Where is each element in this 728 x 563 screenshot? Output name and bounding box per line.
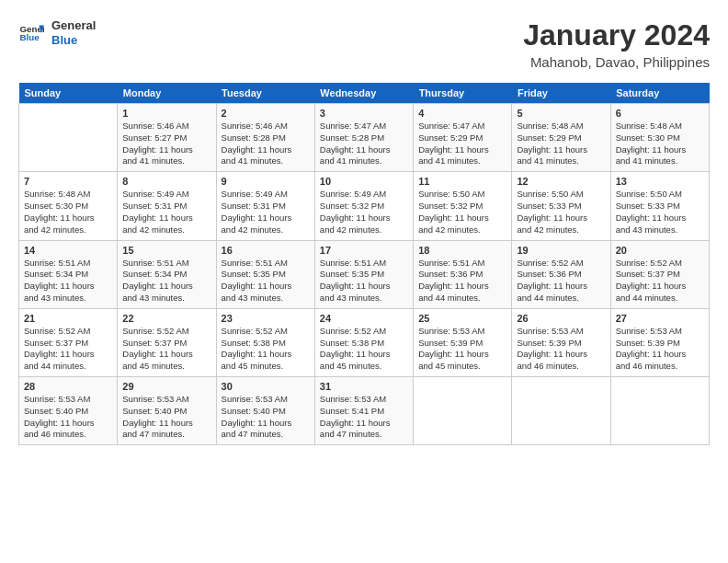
day-info: Sunrise: 5:52 AM Sunset: 5:38 PM Dayligh… <box>222 326 310 373</box>
day-info: Sunrise: 5:51 AM Sunset: 5:34 PM Dayligh… <box>122 258 210 304</box>
day-info: Sunrise: 5:50 AM Sunset: 5:32 PM Dayligh… <box>418 189 506 236</box>
day-info: Sunrise: 5:46 AM Sunset: 5:27 PM Dayligh… <box>122 121 210 167</box>
day-info: Sunrise: 5:49 AM Sunset: 5:32 PM Dayligh… <box>320 189 408 236</box>
day-info: Sunrise: 5:52 AM Sunset: 5:37 PM Dayligh… <box>122 326 210 373</box>
day-info: Sunrise: 5:53 AM Sunset: 5:40 PM Dayligh… <box>24 394 112 441</box>
calendar-cell: 20Sunrise: 5:52 AM Sunset: 5:37 PM Dayli… <box>610 240 709 308</box>
day-number: 11 <box>418 176 506 187</box>
calendar-cell: 22Sunrise: 5:52 AM Sunset: 5:37 PM Dayli… <box>118 308 216 376</box>
header-cell-wednesday: Wednesday <box>314 83 413 104</box>
day-number: 25 <box>418 313 506 324</box>
calendar-cell: 1Sunrise: 5:46 AM Sunset: 5:27 PM Daylig… <box>118 104 216 172</box>
day-number: 24 <box>320 313 408 324</box>
calendar-cell <box>512 377 610 445</box>
day-number: 12 <box>517 176 605 187</box>
calendar-cell: 25Sunrise: 5:53 AM Sunset: 5:39 PM Dayli… <box>414 308 512 376</box>
calendar-cell: 30Sunrise: 5:53 AM Sunset: 5:40 PM Dayli… <box>216 377 314 445</box>
calendar-cell: 26Sunrise: 5:53 AM Sunset: 5:39 PM Dayli… <box>512 308 610 376</box>
day-number: 2 <box>222 108 310 119</box>
calendar-cell: 3Sunrise: 5:47 AM Sunset: 5:28 PM Daylig… <box>314 104 413 172</box>
day-info: Sunrise: 5:53 AM Sunset: 5:39 PM Dayligh… <box>616 326 704 373</box>
calendar-cell: 12Sunrise: 5:50 AM Sunset: 5:33 PM Dayli… <box>512 172 610 240</box>
calendar-cell: 27Sunrise: 5:53 AM Sunset: 5:39 PM Dayli… <box>610 308 709 376</box>
day-number: 22 <box>122 313 210 324</box>
day-number: 20 <box>616 245 704 256</box>
day-info: Sunrise: 5:50 AM Sunset: 5:33 PM Dayligh… <box>616 189 704 236</box>
calendar-cell: 16Sunrise: 5:51 AM Sunset: 5:35 PM Dayli… <box>216 240 314 308</box>
day-info: Sunrise: 5:49 AM Sunset: 5:31 PM Dayligh… <box>122 189 210 236</box>
calendar-week-3: 14Sunrise: 5:51 AM Sunset: 5:34 PM Dayli… <box>19 240 710 308</box>
month-title: January 2024 <box>523 18 710 52</box>
day-info: Sunrise: 5:51 AM Sunset: 5:35 PM Dayligh… <box>320 258 408 304</box>
calendar-cell: 19Sunrise: 5:52 AM Sunset: 5:36 PM Dayli… <box>512 240 610 308</box>
calendar-cell: 9Sunrise: 5:49 AM Sunset: 5:31 PM Daylig… <box>216 172 314 240</box>
day-info: Sunrise: 5:52 AM Sunset: 5:37 PM Dayligh… <box>616 258 704 304</box>
calendar-body: 1Sunrise: 5:46 AM Sunset: 5:27 PM Daylig… <box>19 104 710 445</box>
calendar-cell: 28Sunrise: 5:53 AM Sunset: 5:40 PM Dayli… <box>19 377 118 445</box>
day-info: Sunrise: 5:48 AM Sunset: 5:29 PM Dayligh… <box>517 121 605 167</box>
location: Mahanob, Davao, Philippines <box>523 54 710 70</box>
svg-text:Blue: Blue <box>19 32 40 42</box>
logo: General Blue General Blue <box>18 18 96 47</box>
day-number: 23 <box>222 313 310 324</box>
day-number: 18 <box>418 245 506 256</box>
calendar-cell: 10Sunrise: 5:49 AM Sunset: 5:32 PM Dayli… <box>314 172 413 240</box>
day-info: Sunrise: 5:52 AM Sunset: 5:37 PM Dayligh… <box>24 326 112 373</box>
day-info: Sunrise: 5:49 AM Sunset: 5:31 PM Dayligh… <box>222 189 310 236</box>
day-info: Sunrise: 5:51 AM Sunset: 5:34 PM Dayligh… <box>24 258 112 304</box>
calendar-week-2: 7Sunrise: 5:48 AM Sunset: 5:30 PM Daylig… <box>19 172 710 240</box>
day-number: 7 <box>24 176 112 187</box>
calendar-cell: 4Sunrise: 5:47 AM Sunset: 5:29 PM Daylig… <box>414 104 512 172</box>
calendar-cell: 6Sunrise: 5:48 AM Sunset: 5:30 PM Daylig… <box>610 104 709 172</box>
day-info: Sunrise: 5:52 AM Sunset: 5:36 PM Dayligh… <box>517 258 605 304</box>
logo-icon: General Blue <box>18 20 44 46</box>
day-info: Sunrise: 5:53 AM Sunset: 5:40 PM Dayligh… <box>122 394 210 441</box>
day-number: 30 <box>222 381 310 392</box>
calendar-cell: 21Sunrise: 5:52 AM Sunset: 5:37 PM Dayli… <box>19 308 118 376</box>
header-cell-thursday: Thursday <box>414 83 512 104</box>
calendar-header-row: SundayMondayTuesdayWednesdayThursdayFrid… <box>19 83 710 104</box>
header-cell-monday: Monday <box>118 83 216 104</box>
calendar-week-4: 21Sunrise: 5:52 AM Sunset: 5:37 PM Dayli… <box>19 308 710 376</box>
day-number: 21 <box>24 313 112 324</box>
calendar-cell: 15Sunrise: 5:51 AM Sunset: 5:34 PM Dayli… <box>118 240 216 308</box>
day-number: 17 <box>320 245 408 256</box>
logo-general: General <box>51 18 96 33</box>
day-number: 14 <box>24 245 112 256</box>
calendar-cell: 24Sunrise: 5:52 AM Sunset: 5:38 PM Dayli… <box>314 308 413 376</box>
day-number: 16 <box>222 245 310 256</box>
day-info: Sunrise: 5:46 AM Sunset: 5:28 PM Dayligh… <box>222 121 310 167</box>
calendar-table: SundayMondayTuesdayWednesdayThursdayFrid… <box>18 83 710 445</box>
day-number: 10 <box>320 176 408 187</box>
calendar-cell: 14Sunrise: 5:51 AM Sunset: 5:34 PM Dayli… <box>19 240 118 308</box>
day-number: 15 <box>122 245 210 256</box>
calendar-cell: 13Sunrise: 5:50 AM Sunset: 5:33 PM Dayli… <box>610 172 709 240</box>
day-info: Sunrise: 5:53 AM Sunset: 5:41 PM Dayligh… <box>320 394 408 441</box>
day-info: Sunrise: 5:53 AM Sunset: 5:39 PM Dayligh… <box>418 326 506 373</box>
calendar-cell: 8Sunrise: 5:49 AM Sunset: 5:31 PM Daylig… <box>118 172 216 240</box>
day-info: Sunrise: 5:48 AM Sunset: 5:30 PM Dayligh… <box>616 121 704 167</box>
day-number: 6 <box>616 108 704 119</box>
day-number: 29 <box>122 381 210 392</box>
title-block: January 2024 Mahanob, Davao, Philippines <box>523 18 710 70</box>
calendar-cell <box>19 104 118 172</box>
day-number: 13 <box>616 176 704 187</box>
day-number: 5 <box>517 108 605 119</box>
day-number: 26 <box>517 313 605 324</box>
calendar-week-1: 1Sunrise: 5:46 AM Sunset: 5:27 PM Daylig… <box>19 104 710 172</box>
day-info: Sunrise: 5:52 AM Sunset: 5:38 PM Dayligh… <box>320 326 408 373</box>
header-cell-saturday: Saturday <box>610 83 709 104</box>
calendar-cell: 23Sunrise: 5:52 AM Sunset: 5:38 PM Dayli… <box>216 308 314 376</box>
header-cell-tuesday: Tuesday <box>216 83 314 104</box>
day-info: Sunrise: 5:53 AM Sunset: 5:40 PM Dayligh… <box>222 394 310 441</box>
day-number: 19 <box>517 245 605 256</box>
day-info: Sunrise: 5:51 AM Sunset: 5:36 PM Dayligh… <box>418 258 506 304</box>
calendar-week-5: 28Sunrise: 5:53 AM Sunset: 5:40 PM Dayli… <box>19 377 710 445</box>
day-info: Sunrise: 5:47 AM Sunset: 5:29 PM Dayligh… <box>418 121 506 167</box>
day-info: Sunrise: 5:48 AM Sunset: 5:30 PM Dayligh… <box>24 189 112 236</box>
calendar-cell: 29Sunrise: 5:53 AM Sunset: 5:40 PM Dayli… <box>118 377 216 445</box>
day-number: 4 <box>418 108 506 119</box>
calendar-cell: 18Sunrise: 5:51 AM Sunset: 5:36 PM Dayli… <box>414 240 512 308</box>
header: General Blue General Blue January 2024 M… <box>18 18 710 70</box>
calendar-cell: 31Sunrise: 5:53 AM Sunset: 5:41 PM Dayli… <box>314 377 413 445</box>
